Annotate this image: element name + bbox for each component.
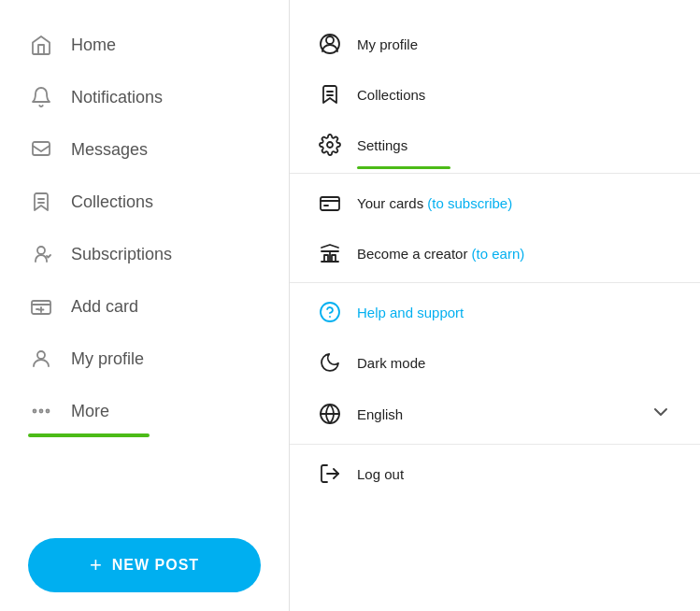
menu-item-logout-label: Log out xyxy=(357,466,404,482)
language-icon xyxy=(318,402,342,426)
menu-item-logout[interactable]: Log out xyxy=(290,448,700,499)
become-creator-sub: (to earn) xyxy=(472,246,525,262)
sidebar-item-my-profile[interactable]: My profile xyxy=(0,333,289,385)
menu-item-collections[interactable]: Collections xyxy=(290,69,700,120)
sidebar-item-messages[interactable]: Messages xyxy=(0,123,289,176)
menu-item-settings[interactable]: Settings xyxy=(290,120,700,170)
messages-icon xyxy=(28,136,54,163)
svg-point-12 xyxy=(47,410,50,413)
logout-icon xyxy=(318,462,342,486)
menu-item-collections-label: Collections xyxy=(357,87,425,103)
svg-point-10 xyxy=(34,410,36,413)
sidebar-item-subscriptions-label: Subscriptions xyxy=(71,245,172,264)
sidebar-item-collections-label: Collections xyxy=(71,192,153,212)
sidebar-item-collections[interactable]: Collections xyxy=(0,176,289,228)
sidebar-item-more[interactable]: More xyxy=(0,385,289,437)
home-icon xyxy=(28,32,54,58)
dark-mode-icon xyxy=(318,350,342,375)
divider-1 xyxy=(290,173,700,174)
menu-item-your-cards[interactable]: Your cards (to subscribe) xyxy=(290,178,700,228)
right-collections-icon xyxy=(318,82,342,107)
your-cards-icon xyxy=(318,191,342,215)
menu-item-language-label: English xyxy=(357,406,403,422)
add-card-icon xyxy=(28,293,54,320)
svg-point-3 xyxy=(37,247,45,254)
menu-item-settings-label: Settings xyxy=(357,137,407,153)
sidebar-item-home-label: Home xyxy=(71,36,116,55)
svg-point-11 xyxy=(40,410,43,413)
my-profile-icon xyxy=(28,346,54,372)
menu-item-dark-mode[interactable]: Dark mode xyxy=(290,337,700,388)
plus-icon: + xyxy=(90,553,103,577)
divider-2 xyxy=(290,282,700,283)
help-icon xyxy=(318,300,342,324)
sidebar: Home Notifications Messages Coll xyxy=(0,0,290,611)
svg-point-13 xyxy=(326,36,334,44)
menu-item-my-profile-label: My profile xyxy=(357,36,418,52)
menu-item-become-creator-label: Become a creator (to earn) xyxy=(357,246,524,262)
menu-item-your-cards-label: Your cards (to subscribe) xyxy=(357,195,512,211)
menu-item-language[interactable]: English xyxy=(290,388,700,440)
menu-item-help-label: Help and support xyxy=(357,305,464,320)
svg-rect-25 xyxy=(332,255,336,262)
become-creator-icon xyxy=(318,241,342,265)
sidebar-item-notifications[interactable]: Notifications xyxy=(0,71,289,123)
menu-item-become-creator[interactable]: Become a creator (to earn) xyxy=(290,228,700,278)
sidebar-item-subscriptions[interactable]: Subscriptions xyxy=(0,228,289,280)
right-menu: My profile Collections Settings xyxy=(290,0,700,611)
new-post-button[interactable]: + NEW POST xyxy=(28,538,261,592)
svg-point-26 xyxy=(321,303,339,321)
sidebar-item-add-card[interactable]: Add card xyxy=(0,280,289,333)
sidebar-item-add-card-label: Add card xyxy=(71,297,138,317)
svg-rect-0 xyxy=(33,142,50,155)
right-my-profile-icon xyxy=(318,32,342,56)
more-icon xyxy=(28,398,54,424)
subscriptions-icon xyxy=(28,241,54,267)
new-post-label: NEW POST xyxy=(112,557,199,574)
sidebar-item-more-label: More xyxy=(71,402,109,421)
menu-item-dark-mode-label: Dark mode xyxy=(357,355,425,371)
menu-item-help[interactable]: Help and support xyxy=(290,287,700,337)
sidebar-item-home[interactable]: Home xyxy=(0,19,289,71)
chevron-down-icon xyxy=(650,401,672,427)
notifications-icon xyxy=(28,84,54,110)
collections-icon xyxy=(28,189,54,215)
sidebar-item-my-profile-label: My profile xyxy=(71,349,144,369)
settings-icon xyxy=(318,133,342,157)
your-cards-sub: (to subscribe) xyxy=(427,195,512,211)
sidebar-item-notifications-label: Notifications xyxy=(71,88,163,107)
menu-item-my-profile[interactable]: My profile xyxy=(290,19,700,69)
sidebar-item-messages-label: Messages xyxy=(71,140,148,160)
svg-point-17 xyxy=(327,142,333,148)
svg-rect-24 xyxy=(324,255,328,262)
svg-rect-18 xyxy=(321,197,339,210)
svg-point-9 xyxy=(37,351,45,359)
divider-3 xyxy=(290,444,700,445)
